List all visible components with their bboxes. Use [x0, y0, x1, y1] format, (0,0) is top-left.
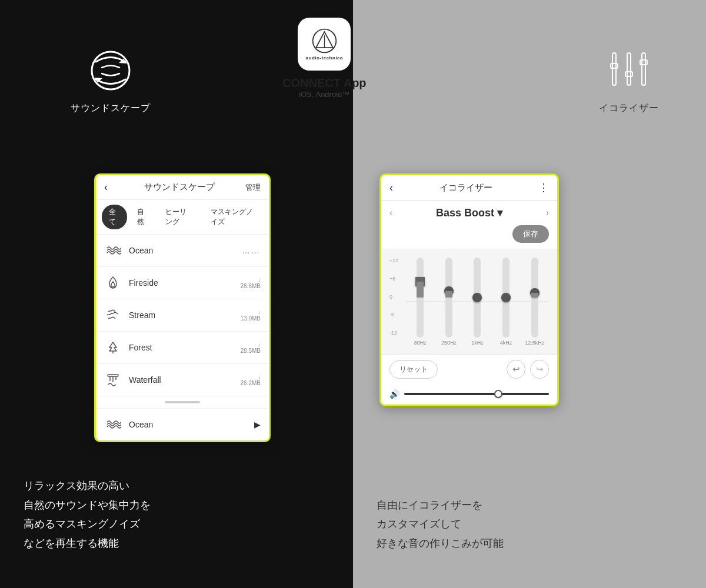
app-subtitle: iOS, Android™: [282, 90, 367, 99]
eq-thumb-1khz: [472, 293, 482, 302]
eq-header: ‹ イコライザー ⋮: [381, 175, 557, 201]
sound-item-forest[interactable]: Forest ↓ 28.5MB: [96, 332, 269, 364]
brand-label: audio-technica: [306, 55, 343, 61]
equalizer-label: イコライザー: [599, 102, 659, 115]
waterfall-icon: [104, 371, 122, 389]
equalizer-logo: イコライザー: [599, 47, 659, 115]
volume-thumb[interactable]: [494, 390, 502, 398]
eq-fill-250hz: [445, 291, 452, 298]
stream-name: Stream: [129, 310, 241, 320]
freq-label-4khz: 4kHz: [500, 340, 512, 346]
manage-button[interactable]: 管理: [245, 182, 261, 193]
eq-thumb-4khz: [501, 293, 511, 302]
app-icon-area: audio-technica CONNECT App iOS, Android™: [282, 18, 367, 99]
ocean-icon: [104, 242, 122, 259]
download-icon: ↓: [241, 341, 261, 348]
soundscape-phone-title: サウンドスケープ: [114, 182, 245, 193]
right-panel: audio-technica CONNECT App iOS, Android™…: [353, 0, 706, 588]
left-desc-line1: リラックス効果の高い: [24, 476, 151, 495]
left-desc-line4: などを再生する機能: [24, 534, 151, 553]
sound-item-ocean[interactable]: Ocean ……: [96, 235, 269, 267]
eq-volume-row: 🔊: [381, 383, 557, 405]
volume-icon: 🔊: [389, 389, 399, 399]
eq-preset-name: Bass Boost ▾: [392, 206, 545, 219]
play-button[interactable]: ▶: [254, 420, 261, 429]
eq-y-labels: +12 +6 0 -6 -12: [389, 255, 406, 349]
ocean-dots: ……: [242, 246, 261, 255]
sound-item-waterfall[interactable]: Waterfall ↓ 26.2MB: [96, 364, 269, 396]
back-icon[interactable]: ‹: [104, 181, 108, 193]
eq-redo-button[interactable]: ↪: [530, 360, 549, 379]
soundscape-phone-mockup: ‹ サウンドスケープ 管理 全て 自然 ヒーリング マスキングノイズ Ocean…: [94, 173, 271, 442]
eq-undo-button[interactable]: ↩: [507, 360, 525, 379]
equalizer-phone-mockup: ‹ イコライザー ⋮ ‹ Bass Boost ▾ › 保存 +12 +6 0 …: [379, 173, 559, 406]
eq-menu-icon[interactable]: ⋮: [538, 181, 549, 194]
freq-label-80hz: 80Hz: [414, 340, 427, 346]
eq-phone-title: イコライザー: [393, 182, 538, 193]
eq-fill-125khz: [531, 293, 538, 298]
stream-info: ↓ 13.0MB: [241, 309, 261, 322]
svg-rect-9: [612, 53, 616, 85]
forest-info: ↓ 28.5MB: [241, 341, 261, 354]
soundscape-tabs: 全て 自然 ヒーリング マスキングノイズ: [96, 200, 269, 235]
fireside-icon: [104, 274, 122, 292]
stream-icon: [104, 306, 122, 324]
app-title: CONNECT App: [282, 76, 367, 90]
scroll-indicator: [96, 396, 269, 408]
svg-rect-13: [642, 53, 645, 85]
tab-nature[interactable]: 自然: [130, 205, 155, 229]
now-playing-name: Ocean: [129, 420, 254, 429]
waterfall-name: Waterfall: [129, 375, 241, 385]
right-desc-line2: カスタマイズして: [377, 514, 682, 533]
svg-rect-11: [627, 53, 631, 85]
phone-header: ‹ サウンドスケープ 管理: [96, 175, 269, 200]
eq-preset-row: ‹ Bass Boost ▾ ›: [381, 201, 557, 225]
eq-chart: +12 +6 0 -6 -12: [381, 249, 557, 355]
eq-reset-button[interactable]: リセット: [389, 360, 438, 379]
download-icon: ↓: [241, 373, 261, 380]
svg-rect-10: [611, 64, 618, 68]
tab-healing[interactable]: ヒーリング: [158, 205, 201, 229]
right-desc-line1: 自由にイコライザーを: [377, 496, 682, 514]
freq-label-1khz: 1kHz: [471, 340, 484, 346]
svg-rect-12: [625, 72, 632, 76]
svg-rect-14: [640, 60, 647, 65]
forest-name: Forest: [129, 343, 241, 352]
eq-fill-80hz: [417, 282, 424, 298]
now-playing[interactable]: Ocean ▶: [96, 408, 269, 440]
forest-icon: [104, 339, 122, 356]
fireside-info: ↓ 28.6MB: [241, 276, 261, 289]
svg-rect-2: [108, 375, 118, 376]
equalizer-icon: [605, 47, 652, 96]
left-desc-line2: 自然のサウンドや集中力を: [24, 496, 151, 514]
waterfall-info: ↓ 26.2MB: [241, 373, 261, 386]
soundscape-label: サウンドスケープ: [71, 102, 151, 115]
app-icon: audio-technica: [298, 18, 351, 71]
eq-bottom-controls: リセット ↩ ↪: [381, 355, 557, 383]
freq-label-125khz: 12.5kHz: [525, 340, 544, 346]
right-description: 自由にイコライザーを カスタマイズして 好きな音の作りこみが可能: [377, 496, 682, 553]
left-desc-line3: 高めるマスキングノイズ: [24, 514, 151, 533]
eq-next-button[interactable]: ›: [546, 208, 549, 218]
fireside-name: Fireside: [129, 278, 241, 288]
sound-item-stream[interactable]: Stream ↓ 13.0MB: [96, 299, 269, 332]
sound-item-fireside[interactable]: Fireside ↓ 28.6MB: [96, 267, 269, 299]
ocean-name: Ocean: [129, 246, 242, 255]
freq-label-250hz: 250Hz: [441, 340, 457, 346]
tab-masking[interactable]: マスキングノイズ: [204, 205, 263, 229]
volume-slider[interactable]: [404, 393, 549, 395]
soundscape-logo: サウンドスケープ: [71, 47, 151, 115]
tab-all[interactable]: 全て: [102, 205, 127, 229]
download-icon: ↓: [241, 276, 261, 283]
download-icon: ↓: [241, 309, 261, 315]
eq-save-row: 保存: [381, 225, 557, 249]
eq-save-button[interactable]: 保存: [512, 225, 549, 243]
right-desc-line3: 好きな音の作りこみが可能: [377, 534, 682, 553]
soundscape-icon: [81, 47, 140, 96]
now-playing-icon: [104, 416, 122, 433]
left-description: リラックス効果の高い 自然のサウンドや集中力を 高めるマスキングノイズ などを再…: [24, 476, 151, 553]
